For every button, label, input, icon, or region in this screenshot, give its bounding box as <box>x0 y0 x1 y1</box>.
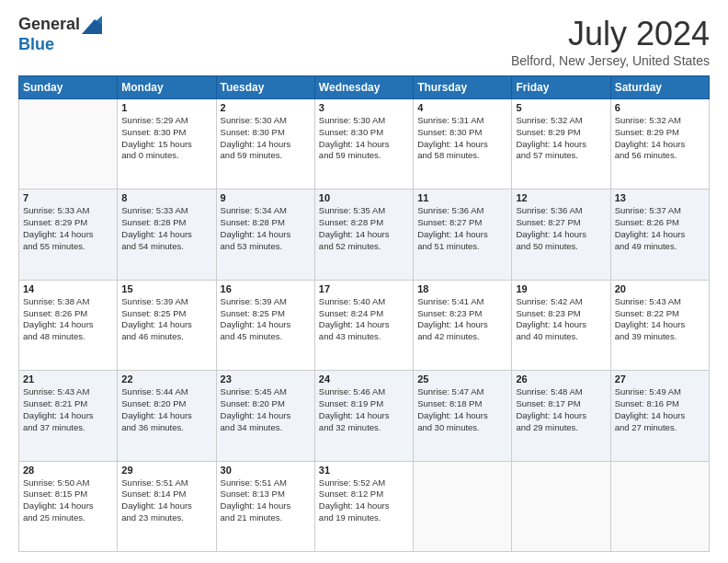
day-info: Sunrise: 5:46 AM Sunset: 8:19 PM Dayligh… <box>319 386 409 433</box>
day-number: 22 <box>121 373 211 385</box>
weekday-header-thursday: Thursday <box>414 76 512 99</box>
header: General Blue July 2024 Belford, New Jers… <box>18 15 710 68</box>
calendar-cell: 18Sunrise: 5:41 AM Sunset: 8:23 PM Dayli… <box>414 280 512 370</box>
calendar-cell <box>610 461 709 551</box>
day-info: Sunrise: 5:35 AM Sunset: 8:28 PM Dayligh… <box>319 205 409 252</box>
calendar-week-row: 1Sunrise: 5:29 AM Sunset: 8:30 PM Daylig… <box>19 99 710 190</box>
day-info: Sunrise: 5:40 AM Sunset: 8:24 PM Dayligh… <box>319 296 409 343</box>
day-number: 31 <box>319 465 409 476</box>
calendar-cell: 16Sunrise: 5:39 AM Sunset: 8:25 PM Dayli… <box>216 280 314 370</box>
day-info: Sunrise: 5:44 AM Sunset: 8:20 PM Dayligh… <box>121 386 211 433</box>
day-number: 1 <box>121 102 211 113</box>
calendar-cell: 25Sunrise: 5:47 AM Sunset: 8:18 PM Dayli… <box>414 371 512 461</box>
day-info: Sunrise: 5:32 AM Sunset: 8:29 PM Dayligh… <box>615 115 705 162</box>
day-info: Sunrise: 5:37 AM Sunset: 8:26 PM Dayligh… <box>615 205 705 252</box>
day-number: 26 <box>516 373 606 385</box>
calendar-cell: 9Sunrise: 5:34 AM Sunset: 8:28 PM Daylig… <box>216 190 314 280</box>
day-number: 27 <box>615 373 705 385</box>
day-number: 18 <box>417 283 507 294</box>
weekday-header-monday: Monday <box>118 76 216 99</box>
day-number: 4 <box>417 102 507 113</box>
day-info: Sunrise: 5:32 AM Sunset: 8:29 PM Dayligh… <box>516 115 606 162</box>
day-info: Sunrise: 5:45 AM Sunset: 8:20 PM Dayligh… <box>221 386 311 433</box>
day-info: Sunrise: 5:42 AM Sunset: 8:23 PM Dayligh… <box>516 296 606 343</box>
day-number: 9 <box>221 192 311 203</box>
calendar-cell: 10Sunrise: 5:35 AM Sunset: 8:28 PM Dayli… <box>314 190 413 280</box>
calendar-cell <box>512 461 610 551</box>
day-info: Sunrise: 5:43 AM Sunset: 8:22 PM Dayligh… <box>615 296 705 343</box>
day-number: 21 <box>23 373 113 385</box>
calendar-cell: 28Sunrise: 5:50 AM Sunset: 8:15 PM Dayli… <box>19 461 118 551</box>
calendar-cell: 21Sunrise: 5:43 AM Sunset: 8:21 PM Dayli… <box>19 371 118 461</box>
logo: General Blue <box>18 15 102 54</box>
weekday-header-saturday: Saturday <box>610 76 709 99</box>
day-info: Sunrise: 5:47 AM Sunset: 8:18 PM Dayligh… <box>417 386 507 433</box>
calendar-cell: 8Sunrise: 5:33 AM Sunset: 8:28 PM Daylig… <box>118 190 216 280</box>
calendar-cell <box>414 461 512 551</box>
day-info: Sunrise: 5:52 AM Sunset: 8:12 PM Dayligh… <box>319 477 409 524</box>
calendar-cell: 19Sunrise: 5:42 AM Sunset: 8:23 PM Dayli… <box>512 280 610 370</box>
day-info: Sunrise: 5:34 AM Sunset: 8:28 PM Dayligh… <box>221 205 311 252</box>
calendar-cell: 6Sunrise: 5:32 AM Sunset: 8:29 PM Daylig… <box>610 99 709 190</box>
day-info: Sunrise: 5:41 AM Sunset: 8:23 PM Dayligh… <box>417 296 507 343</box>
calendar-week-row: 14Sunrise: 5:38 AM Sunset: 8:26 PM Dayli… <box>19 280 710 370</box>
day-info: Sunrise: 5:29 AM Sunset: 8:30 PM Dayligh… <box>121 115 211 162</box>
day-number: 11 <box>417 192 507 203</box>
day-info: Sunrise: 5:33 AM Sunset: 8:29 PM Dayligh… <box>23 205 113 252</box>
day-number: 28 <box>23 465 113 476</box>
calendar-week-row: 21Sunrise: 5:43 AM Sunset: 8:21 PM Dayli… <box>19 371 710 461</box>
day-number: 19 <box>516 283 606 294</box>
day-info: Sunrise: 5:50 AM Sunset: 8:15 PM Dayligh… <box>23 477 113 524</box>
page: General Blue July 2024 Belford, New Jers… <box>0 0 728 563</box>
calendar-cell: 24Sunrise: 5:46 AM Sunset: 8:19 PM Dayli… <box>314 371 413 461</box>
day-info: Sunrise: 5:30 AM Sunset: 8:30 PM Dayligh… <box>221 115 311 162</box>
calendar-week-row: 7Sunrise: 5:33 AM Sunset: 8:29 PM Daylig… <box>19 190 710 280</box>
day-number: 3 <box>319 102 409 113</box>
calendar-cell: 26Sunrise: 5:48 AM Sunset: 8:17 PM Dayli… <box>512 371 610 461</box>
calendar-cell: 5Sunrise: 5:32 AM Sunset: 8:29 PM Daylig… <box>512 99 610 190</box>
logo-general: General <box>18 15 80 35</box>
day-number: 14 <box>23 283 113 294</box>
calendar-cell: 30Sunrise: 5:51 AM Sunset: 8:13 PM Dayli… <box>216 461 314 551</box>
day-number: 30 <box>221 465 311 476</box>
day-number: 6 <box>615 102 705 113</box>
calendar-cell: 20Sunrise: 5:43 AM Sunset: 8:22 PM Dayli… <box>610 280 709 370</box>
month-title: July 2024 <box>511 15 710 53</box>
calendar-table: SundayMondayTuesdayWednesdayThursdayFrid… <box>18 75 710 552</box>
calendar-cell: 31Sunrise: 5:52 AM Sunset: 8:12 PM Dayli… <box>314 461 413 551</box>
day-info: Sunrise: 5:39 AM Sunset: 8:25 PM Dayligh… <box>121 296 211 343</box>
calendar-cell <box>19 99 118 190</box>
day-info: Sunrise: 5:39 AM Sunset: 8:25 PM Dayligh… <box>221 296 311 343</box>
calendar-cell: 27Sunrise: 5:49 AM Sunset: 8:16 PM Dayli… <box>610 371 709 461</box>
day-number: 13 <box>615 192 705 203</box>
calendar-week-row: 28Sunrise: 5:50 AM Sunset: 8:15 PM Dayli… <box>19 461 710 551</box>
weekday-header-sunday: Sunday <box>19 76 118 99</box>
day-number: 5 <box>516 102 606 113</box>
day-info: Sunrise: 5:51 AM Sunset: 8:14 PM Dayligh… <box>121 477 211 524</box>
day-number: 10 <box>319 192 409 203</box>
calendar-cell: 4Sunrise: 5:31 AM Sunset: 8:30 PM Daylig… <box>414 99 512 190</box>
day-info: Sunrise: 5:48 AM Sunset: 8:17 PM Dayligh… <box>516 386 606 433</box>
title-block: July 2024 Belford, New Jersey, United St… <box>511 15 710 68</box>
calendar-cell: 11Sunrise: 5:36 AM Sunset: 8:27 PM Dayli… <box>414 190 512 280</box>
weekday-header-friday: Friday <box>512 76 610 99</box>
day-info: Sunrise: 5:36 AM Sunset: 8:27 PM Dayligh… <box>417 205 507 252</box>
day-info: Sunrise: 5:33 AM Sunset: 8:28 PM Dayligh… <box>121 205 211 252</box>
calendar-cell: 14Sunrise: 5:38 AM Sunset: 8:26 PM Dayli… <box>19 280 118 370</box>
day-number: 25 <box>417 373 507 385</box>
logo-blue: Blue <box>18 35 102 55</box>
calendar-cell: 7Sunrise: 5:33 AM Sunset: 8:29 PM Daylig… <box>19 190 118 280</box>
day-info: Sunrise: 5:38 AM Sunset: 8:26 PM Dayligh… <box>23 296 113 343</box>
weekday-header-wednesday: Wednesday <box>314 76 413 99</box>
day-info: Sunrise: 5:30 AM Sunset: 8:30 PM Dayligh… <box>319 115 409 162</box>
day-info: Sunrise: 5:36 AM Sunset: 8:27 PM Dayligh… <box>516 205 606 252</box>
calendar-cell: 3Sunrise: 5:30 AM Sunset: 8:30 PM Daylig… <box>314 99 413 190</box>
day-number: 15 <box>121 283 211 294</box>
day-number: 24 <box>319 373 409 385</box>
day-number: 7 <box>23 192 113 203</box>
weekday-header-row: SundayMondayTuesdayWednesdayThursdayFrid… <box>19 76 710 99</box>
day-info: Sunrise: 5:31 AM Sunset: 8:30 PM Dayligh… <box>417 115 507 162</box>
calendar-cell: 1Sunrise: 5:29 AM Sunset: 8:30 PM Daylig… <box>118 99 216 190</box>
day-number: 8 <box>121 192 211 203</box>
day-number: 20 <box>615 283 705 294</box>
